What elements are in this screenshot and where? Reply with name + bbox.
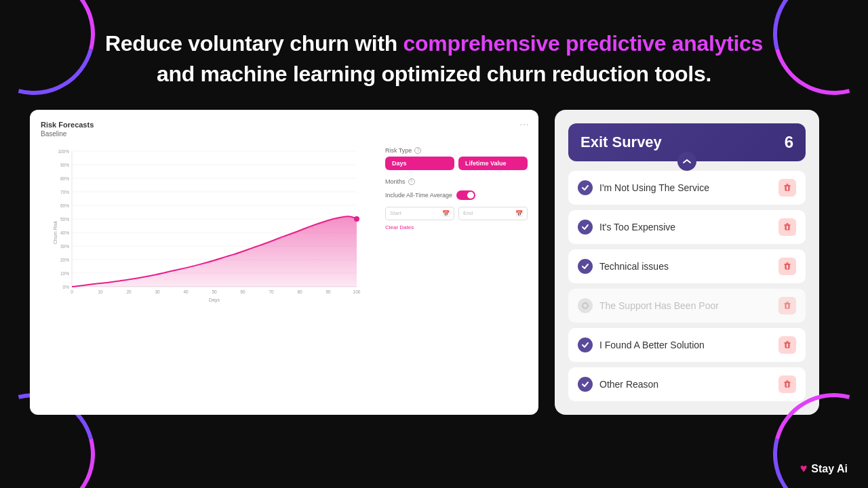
svg-text:80%: 80% (60, 176, 69, 181)
exit-survey-panel: Exit Survey 6 I'm Not Using The ServiceI… (555, 110, 819, 415)
svg-text:50%: 50% (60, 217, 69, 222)
toggle-container: Include All-Time Average (385, 190, 528, 200)
headline-highlight: comprehensive predictive analytics (403, 31, 764, 56)
survey-item-technical[interactable]: Technical issues (568, 249, 806, 283)
risk-type-label: Risk Type ? (385, 147, 528, 154)
headline: Reduce voluntary churn with comprehensiv… (41, 28, 827, 89)
lifetime-value-button[interactable]: Lifetime Value (458, 157, 528, 170)
check-icon-too-expensive (578, 220, 593, 235)
delete-icon-not-using[interactable] (778, 179, 796, 197)
survey-item-better-solution[interactable]: I Found A Better Solution (568, 328, 806, 362)
toggle-label: Include All-Time Average (385, 192, 452, 199)
all-time-average-toggle[interactable] (456, 190, 475, 200)
panel-options-icon[interactable]: ⋯ (519, 119, 529, 130)
svg-text:50: 50 (212, 289, 217, 294)
delete-icon-technical[interactable] (778, 258, 796, 275)
svg-text:70%: 70% (60, 190, 69, 195)
end-date-placeholder: End (463, 210, 473, 216)
survey-item-too-expensive[interactable]: It's Too Expensive (568, 210, 806, 244)
risk-chart: Churn Risk 0% 10% 20% 30% 40% 50% 60% 70… (41, 144, 374, 307)
svg-text:0%: 0% (63, 285, 70, 289)
start-date-placeholder: Start (390, 210, 401, 216)
check-icon-better-solution (578, 338, 593, 352)
brand-name: Stay Ai (811, 463, 848, 475)
svg-text:90%: 90% (60, 163, 69, 167)
survey-item-text-other: Other Reason (599, 379, 658, 390)
svg-text:Days: Days (209, 298, 220, 303)
svg-text:80: 80 (297, 289, 302, 294)
survey-items-list: I'm Not Using The ServiceIt's Too Expens… (568, 171, 806, 401)
chart-area-fill (72, 216, 357, 287)
chart-end-dot (354, 216, 359, 222)
header: Reduce voluntary churn with comprehensiv… (0, 0, 868, 103)
end-date-input[interactable]: End 📅 (458, 207, 528, 220)
survey-header: Exit Survey 6 (568, 123, 806, 161)
survey-item-text-better-solution: I Found A Better Solution (599, 340, 705, 350)
svg-text:0: 0 (71, 289, 73, 294)
survey-item-not-using[interactable]: I'm Not Using The Service (568, 171, 806, 205)
delete-icon-other[interactable] (778, 375, 796, 393)
end-date-calendar-icon: 📅 (515, 210, 523, 217)
survey-item-text-support: The Support Has Been Poor (599, 300, 719, 311)
start-date-calendar-icon: 📅 (442, 210, 450, 217)
chart-controls-container: Churn Risk 0% 10% 20% 30% 40% 50% 60% 70… (41, 144, 528, 310)
svg-text:60: 60 (240, 289, 245, 294)
svg-text:100: 100 (353, 289, 361, 294)
main-content: Risk Forecasts Baseline ⋯ Churn Risk 0% … (0, 110, 868, 415)
days-button[interactable]: Days (385, 157, 454, 170)
survey-item-support[interactable]: The Support Has Been Poor (568, 289, 806, 323)
risk-forecasts-panel: Risk Forecasts Baseline ⋯ Churn Risk 0% … (30, 110, 538, 415)
clear-dates-button[interactable]: Clear Dates (385, 224, 528, 230)
check-icon-support (578, 298, 593, 313)
start-date-input[interactable]: Start 📅 (385, 207, 454, 220)
svg-text:60%: 60% (60, 203, 69, 208)
survey-count: 6 (785, 133, 793, 152)
survey-item-text-not-using: I'm Not Using The Service (599, 182, 709, 193)
survey-collapse-button[interactable] (677, 152, 696, 171)
svg-text:30: 30 (155, 289, 160, 294)
panel-subtitle: Baseline (41, 130, 528, 138)
delete-icon-support[interactable] (778, 297, 796, 314)
brand-heart-icon: ♥ (800, 462, 808, 476)
chart-area: Churn Risk 0% 10% 20% 30% 40% 50% 60% 70… (41, 144, 374, 310)
risk-type-info-icon: ? (414, 147, 421, 154)
brand-logo: ♥ Stay Ai (800, 462, 848, 476)
svg-text:20%: 20% (60, 258, 69, 262)
svg-text:90: 90 (326, 289, 331, 294)
months-row: Months ? (385, 178, 528, 188)
delete-icon-better-solution[interactable] (778, 336, 796, 354)
check-icon-other (578, 377, 593, 392)
delete-icon-too-expensive[interactable] (778, 218, 796, 236)
headline-plain: Reduce voluntary churn with (105, 31, 403, 56)
svg-text:40: 40 (183, 289, 189, 294)
survey-item-text-technical: Technical issues (599, 261, 669, 272)
svg-point-39 (583, 303, 588, 308)
svg-text:30%: 30% (60, 244, 69, 249)
survey-item-text-too-expensive: It's Too Expensive (599, 222, 675, 232)
check-icon-technical (578, 259, 593, 274)
date-inputs: Start 📅 End 📅 (385, 207, 528, 220)
svg-text:10: 10 (98, 289, 103, 294)
svg-text:100%: 100% (58, 149, 69, 154)
months-label: Months ? (385, 178, 415, 185)
survey-title: Exit Survey (580, 134, 662, 151)
svg-text:40%: 40% (60, 230, 69, 235)
check-icon-not-using (578, 180, 593, 195)
y-axis-label: Churn Risk (53, 220, 58, 244)
headline-line2: and machine learning optimized churn red… (157, 62, 711, 86)
risk-type-buttons: Days Lifetime Value (385, 157, 528, 170)
months-info-icon: ? (408, 178, 415, 185)
panel-title: Risk Forecasts (41, 121, 528, 129)
svg-text:70: 70 (269, 289, 274, 294)
svg-text:20: 20 (126, 289, 132, 294)
svg-text:10%: 10% (60, 271, 69, 276)
survey-item-other[interactable]: Other Reason (568, 367, 806, 401)
controls-area: Risk Type ? Days Lifetime Value Months ?… (385, 144, 528, 310)
